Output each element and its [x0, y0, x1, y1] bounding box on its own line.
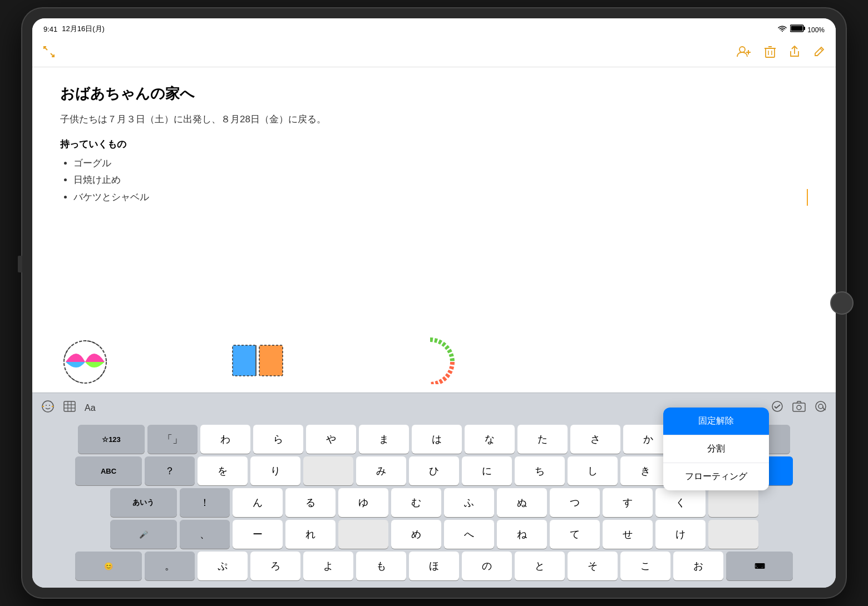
key-pu[interactable]: ぷ — [198, 552, 248, 580]
key-yu[interactable]: ゆ — [338, 488, 388, 517]
svg-point-22 — [49, 405, 50, 406]
svg-rect-17 — [233, 345, 256, 376]
key-nu[interactable]: ぬ — [497, 488, 547, 517]
key-num[interactable]: ☆123 — [78, 425, 145, 454]
key-hi[interactable]: ひ — [409, 456, 459, 485]
key-chi[interactable]: ち — [515, 456, 565, 485]
popup-item-undock[interactable]: 固定解除 — [663, 408, 769, 435]
key-na[interactable]: な — [465, 425, 515, 454]
svg-rect-9 — [766, 48, 775, 57]
key-ri[interactable]: り — [250, 456, 300, 485]
note-body: 子供たちは７月３日（土）に出発し、８月28日（金）に戻る。 — [60, 112, 808, 127]
key-question[interactable]: ？ — [145, 456, 195, 485]
status-time: 9:41 — [43, 25, 57, 33]
key-he[interactable]: へ — [444, 520, 494, 549]
key-n[interactable]: ん — [233, 488, 283, 517]
note-section-title: 持っていくもの — [60, 138, 808, 151]
key-emoji[interactable]: 😊 — [75, 552, 142, 580]
checklist-icon[interactable] — [771, 400, 783, 415]
key-ma[interactable]: ま — [359, 425, 409, 454]
key-mic[interactable]: 🎤 — [110, 520, 177, 549]
key-ne[interactable]: ね — [497, 520, 547, 549]
svg-rect-2 — [803, 27, 805, 30]
key-mo[interactable]: も — [356, 552, 406, 580]
list-item: バケツとシャベル — [73, 189, 808, 206]
key-to[interactable]: と — [515, 552, 565, 580]
key-quote[interactable]: 「」 — [147, 425, 198, 454]
svg-point-31 — [816, 401, 826, 411]
key-ha[interactable]: は — [412, 425, 462, 454]
key-ke[interactable]: け — [655, 520, 706, 549]
notes-toolbar — [32, 39, 836, 67]
key-shi[interactable]: し — [568, 456, 618, 485]
add-collaborator-icon[interactable] — [737, 46, 751, 61]
popup-item-split[interactable]: 分割 — [663, 435, 769, 463]
camera-icon[interactable] — [792, 401, 806, 415]
key-wo[interactable]: を — [198, 456, 248, 485]
trash-icon[interactable] — [765, 46, 776, 61]
key-so[interactable]: そ — [568, 552, 618, 580]
key-wa[interactable]: わ — [200, 425, 250, 454]
key-fu[interactable]: ふ — [444, 488, 494, 517]
svg-point-6 — [739, 47, 745, 52]
key-re[interactable]: れ — [285, 520, 336, 549]
sketch-1 — [55, 334, 116, 384]
key-ya[interactable]: や — [306, 425, 356, 454]
key-keyboard[interactable]: ⌨ — [726, 552, 793, 580]
key-period[interactable]: 。 — [145, 552, 195, 580]
table-icon[interactable] — [63, 401, 76, 415]
key-ra[interactable]: ら — [253, 425, 303, 454]
key-mi[interactable]: み — [356, 456, 406, 485]
key-comma[interactable]: 、 — [180, 520, 230, 549]
svg-rect-18 — [259, 345, 283, 376]
key-ta[interactable]: た — [517, 425, 568, 454]
sketch-2 — [227, 334, 288, 384]
key-empty-4 — [708, 520, 758, 549]
notes-content: おばあちゃんの家へ 子供たちは７月３日（土）に出発し、８月28日（金）に戻る。 … — [32, 67, 836, 393]
share-icon[interactable] — [789, 46, 800, 61]
battery-icon: 100% — [790, 24, 825, 34]
key-ru[interactable]: る — [285, 488, 336, 517]
key-se[interactable]: せ — [603, 520, 653, 549]
at-icon[interactable] — [815, 400, 827, 415]
popup-item-float[interactable]: フローティング — [663, 463, 769, 490]
wifi-icon — [778, 25, 787, 33]
key-row-5: 😊 。 ぷ ろ よ も ほ の と そ こ お ⌨ — [34, 552, 834, 580]
key-su[interactable]: す — [603, 488, 653, 517]
key-abc[interactable]: ABC — [75, 456, 142, 485]
home-button[interactable] — [830, 291, 854, 315]
key-aiueo[interactable]: あいう — [110, 488, 177, 517]
key-ho[interactable]: ほ — [409, 552, 459, 580]
key-ro[interactable]: ろ — [250, 552, 300, 580]
key-ku[interactable]: く — [655, 488, 706, 517]
collapse-icon[interactable] — [43, 46, 55, 60]
status-bar: 9:41 12月16日(月) — [32, 18, 836, 39]
key-dash[interactable]: ー — [233, 520, 283, 549]
key-me[interactable]: め — [391, 520, 441, 549]
key-empty-3 — [338, 520, 388, 549]
key-ni[interactable]: に — [462, 456, 512, 485]
svg-rect-3 — [791, 26, 802, 31]
svg-point-30 — [797, 405, 801, 410]
text-format-button[interactable]: Aa — [85, 403, 96, 413]
status-date: 12月16日(月) — [62, 24, 105, 34]
key-mu[interactable]: む — [391, 488, 441, 517]
key-yo[interactable]: よ — [303, 552, 353, 580]
note-list: ゴーグル 日焼け止め バケツとシャベル — [60, 155, 808, 206]
sketch-3 — [400, 334, 461, 384]
note-title: おばあちゃんの家へ — [60, 84, 808, 103]
key-te[interactable]: て — [550, 520, 600, 549]
key-ko[interactable]: こ — [620, 552, 670, 580]
list-item: ゴーグル — [73, 155, 808, 172]
key-exclaim[interactable]: ！ — [180, 488, 230, 517]
key-tsu[interactable]: つ — [550, 488, 600, 517]
key-empty-1 — [303, 456, 353, 485]
side-button[interactable] — [18, 256, 22, 272]
key-sa[interactable]: さ — [570, 425, 620, 454]
japanese-keyboard: ☆123 「」 わ ら や ま は な た さ か あ ⌫ ABC ？ を り — [32, 423, 836, 588]
key-o[interactable]: お — [673, 552, 723, 580]
emoji-format-icon[interactable] — [41, 400, 55, 416]
key-no[interactable]: の — [462, 552, 512, 580]
svg-rect-23 — [64, 401, 75, 411]
edit-icon[interactable] — [813, 46, 825, 60]
